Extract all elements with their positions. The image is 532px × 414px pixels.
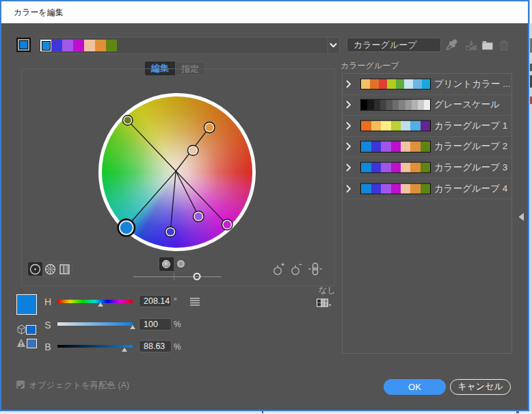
swatch-cell — [412, 100, 418, 110]
brightness-unit: % — [174, 342, 181, 352]
expand-chevron-icon[interactable] — [346, 101, 351, 109]
smooth-wheel-icon — [29, 263, 41, 275]
color-group-row[interactable]: カラーグループ 3 — [343, 157, 511, 179]
harmony-swatch[interactable] — [106, 40, 117, 51]
new-group-folder-icon[interactable] — [481, 40, 493, 50]
harmony-swatch[interactable] — [95, 40, 106, 51]
combo-divider — [328, 38, 328, 53]
color-mode-menu-icon[interactable] — [189, 297, 200, 307]
ok-button[interactable]: OK — [384, 379, 446, 395]
dialog-title: カラーを編集 — [14, 7, 64, 18]
color-groups-label: カラーグループ — [341, 60, 399, 72]
smooth-wheel-button[interactable] — [28, 262, 42, 276]
group-name-label: グレースケール — [434, 99, 500, 111]
swatch-cell — [391, 183, 401, 194]
cancel-button[interactable]: キャンセル — [450, 379, 511, 395]
harmony-swatch[interactable] — [40, 40, 51, 51]
active-color-well — [16, 38, 31, 52]
swatch-cell — [381, 183, 390, 194]
expand-chevron-icon[interactable] — [346, 80, 351, 88]
wheel-slider-handle[interactable] — [193, 273, 200, 281]
harmony-swatch[interactable] — [51, 40, 62, 51]
current-color-swatch — [16, 294, 37, 315]
background-fragment — [262, 411, 263, 413]
background-fragment — [530, 64, 532, 71]
background-fragment — [530, 38, 532, 53]
link-harmony-colors-icon[interactable] — [308, 261, 323, 276]
wheel-marker-magenta[interactable] — [224, 221, 231, 229]
collapse-panel-arrow-icon[interactable] — [518, 212, 524, 222]
remove-color-icon[interactable] — [290, 262, 302, 276]
hue-slider-track[interactable] — [57, 300, 133, 303]
swatch-cell — [391, 121, 401, 131]
eyedropper-icon[interactable] — [444, 38, 459, 53]
group-swatch-strip — [360, 120, 431, 132]
chevron-down-icon[interactable] — [329, 42, 338, 49]
wheel-marker-olive[interactable] — [124, 117, 131, 125]
harmony-swatch[interactable] — [73, 40, 84, 51]
swatch-cell — [401, 142, 410, 152]
wheel-marker-peach[interactable] — [189, 146, 197, 154]
show-brightness-button[interactable] — [174, 257, 188, 271]
color-group-row[interactable]: カラーグループ 1 — [343, 116, 511, 137]
swatch-cell — [401, 183, 410, 194]
group-name-input[interactable]: カラーグループ — [347, 38, 441, 52]
harmony-swatch[interactable] — [62, 40, 73, 51]
delete-group-trash-icon[interactable] — [498, 39, 509, 51]
saturation-slider-handle[interactable] — [130, 325, 135, 329]
hue-value-input[interactable]: 208.14 — [139, 295, 172, 307]
limit-swatch-library-icon[interactable] — [317, 298, 332, 307]
expand-chevron-icon[interactable] — [346, 184, 351, 192]
selected-swatch-inner — [42, 41, 51, 51]
swatch-cell — [405, 100, 412, 110]
in-web-color-swatch[interactable] — [26, 325, 36, 335]
expand-chevron-icon[interactable] — [346, 142, 351, 151]
swatch-cell — [421, 121, 430, 131]
hue-slider-handle[interactable] — [98, 302, 103, 307]
swatch-cell — [361, 121, 371, 131]
segmented-wheel-button[interactable] — [42, 262, 57, 276]
swatch-cell — [404, 79, 413, 90]
color-group-row[interactable]: カラーグループ 2 — [343, 137, 511, 158]
group-name-label: カラーグループ 2 — [434, 140, 507, 153]
out-of-web-cube-icon[interactable] — [17, 324, 26, 335]
saturation-slider-track[interactable] — [57, 322, 133, 326]
color-group-row[interactable]: グレースケール — [343, 95, 511, 116]
recolor-artwork-checkbox[interactable] — [16, 380, 25, 389]
in-gamut-color-swatch[interactable] — [27, 339, 37, 348]
group-swatch-strip — [360, 99, 431, 111]
segmented-wheel-icon — [44, 263, 56, 275]
group-swatch-strip — [360, 183, 431, 194]
wheel-slider-track[interactable] — [133, 276, 222, 278]
harmony-swatch[interactable] — [84, 40, 95, 51]
group-swatch-strip — [360, 162, 431, 174]
wheel-saturation-brightness-toggle — [159, 257, 189, 272]
wheel-marker-orange[interactable] — [206, 124, 213, 131]
brightness-value-input[interactable]: 88.63 — [139, 340, 172, 352]
wheel-marker-purple[interactable] — [195, 213, 202, 220]
dialog-titlebar[interactable]: カラーを編集 — [1, 1, 528, 23]
group-name-label: カラーグループ 4 — [434, 183, 507, 195]
swatch-cell — [381, 163, 390, 173]
saturation-value-input[interactable]: 100 — [139, 318, 172, 331]
color-group-row[interactable]: カラーグループ 4 — [343, 179, 511, 200]
save-group-icon[interactable] — [465, 40, 477, 51]
color-groups-list: プリントカラー ...グレースケールカラーグループ 1カラーグループ 2カラーグ… — [342, 73, 512, 354]
expand-chevron-icon[interactable] — [346, 122, 351, 130]
brightness-slider-handle[interactable] — [122, 348, 127, 352]
color-bars-button[interactable] — [57, 262, 72, 276]
wheel-marker-blue[interactable] — [120, 221, 133, 234]
add-color-icon[interactable] — [272, 262, 284, 276]
swatch-cell — [393, 100, 399, 110]
hue-label: H — [44, 296, 52, 307]
swatch-cell — [391, 163, 401, 173]
show-saturation-button[interactable] — [159, 257, 174, 271]
saturation-label: S — [44, 320, 52, 331]
group-name-label: プリントカラー ... — [434, 78, 510, 90]
color-group-row[interactable]: プリントカラー ... — [343, 74, 511, 95]
wheel-marker-indigo[interactable] — [167, 229, 174, 236]
swatch-cell — [421, 142, 430, 152]
out-of-gamut-warning-icon[interactable] — [16, 337, 26, 348]
group-name-label: カラーグループ 1 — [434, 120, 507, 132]
expand-chevron-icon[interactable] — [346, 164, 351, 172]
